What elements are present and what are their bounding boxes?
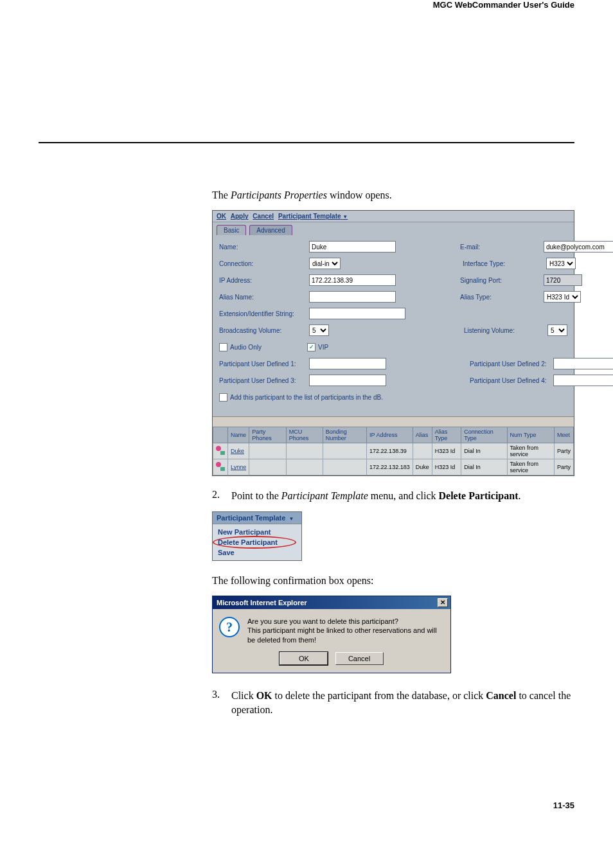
broadcasting-volume-label: Broadcasting Volume: — [219, 327, 309, 334]
user-defined-1-label: Participant User Defined 1: — [219, 360, 309, 368]
ip-address-input[interactable] — [309, 274, 396, 286]
chevron-down-icon: ▼ — [289, 516, 294, 522]
add-to-db-label: Add this participant to the list of part… — [230, 394, 383, 401]
alias-name-label: Alias Name: — [219, 294, 309, 301]
row-conn-type: Dial In — [461, 459, 507, 475]
row-ip: 172.22.132.183 — [367, 459, 413, 475]
interface-type-select[interactable]: H323 — [546, 258, 576, 269]
name-label: Name: — [219, 244, 309, 251]
row-num-type: Taken from service — [507, 443, 554, 459]
tabs: Basic Advanced — [213, 222, 574, 235]
grid-header-row: Name Party Phones MCU Phones Bonding Num… — [213, 427, 574, 443]
add-to-db-checkbox[interactable] — [219, 393, 227, 402]
user-defined-3-input[interactable] — [309, 375, 386, 386]
opening-line: The Participants Properties window opens… — [212, 188, 574, 202]
email-label: E-mail: — [460, 244, 544, 251]
row-icon — [213, 443, 228, 459]
dialog-title-text: Microsoft Internet Explorer — [217, 599, 307, 607]
row-bonding — [323, 459, 366, 475]
vip-checkbox[interactable] — [307, 343, 315, 351]
audio-only-checkbox[interactable] — [219, 343, 227, 351]
user-defined-3-label: Participant User Defined 3: — [219, 377, 309, 384]
grid-header-alias[interactable]: Alias — [413, 427, 432, 443]
row-bonding — [323, 443, 366, 459]
row-party-phones — [249, 459, 286, 475]
table-row[interactable]: Lynne 172.22.132.183 Duke H323 Id Dial I… — [213, 459, 574, 475]
dialog-buttons: OK Cancel — [213, 652, 450, 673]
listening-volume-label: Listening Volume: — [464, 327, 547, 334]
grid-header-name[interactable]: Name — [228, 427, 249, 443]
interface-type-label: Interface Type: — [463, 260, 546, 267]
vip-label: VIP — [318, 344, 344, 351]
participant-template-menu[interactable]: Participant Template ▼ — [278, 213, 348, 220]
person-icon — [216, 462, 225, 471]
dialog-titlebar: Microsoft Internet Explorer ✕ — [213, 596, 450, 609]
grid-header-num-type[interactable]: Num Type — [507, 427, 554, 443]
signaling-port-input — [544, 274, 582, 286]
row-mcu-phones — [286, 459, 323, 475]
menu-item-delete-participant[interactable]: Delete Participant — [213, 537, 301, 547]
apply-button[interactable]: Apply — [231, 213, 249, 220]
tab-basic[interactable]: Basic — [217, 225, 246, 235]
menu-item-new-participant[interactable]: New Participant — [213, 527, 301, 537]
dialog-ok-button[interactable]: OK — [280, 652, 328, 665]
ip-address-label: IP Address: — [219, 277, 309, 284]
ok-button[interactable]: OK — [217, 213, 226, 220]
grid-header-party-phones[interactable]: Party Phones — [249, 427, 286, 443]
confirmation-dialog: Microsoft Internet Explorer ✕ ? Are you … — [212, 596, 451, 673]
row-mcu-phones — [286, 443, 323, 459]
row-alias-type: H323 Id — [432, 459, 461, 475]
grid-header-mcu-phones[interactable]: MCU Phones — [286, 427, 323, 443]
form-area: Name: E-mail: Connection: dial-in Interf… — [213, 235, 574, 416]
extension-input[interactable] — [309, 308, 405, 319]
row-name-link[interactable]: Lynne — [231, 464, 246, 470]
alias-type-select[interactable]: H323 Id — [544, 291, 581, 303]
user-defined-4-label: Participant User Defined 4: — [470, 377, 553, 384]
header-rule — [39, 142, 574, 143]
row-meet: Party — [554, 459, 573, 475]
grid-header-conn-type[interactable]: Connection Type — [461, 427, 507, 443]
question-icon: ? — [219, 617, 240, 637]
row-alias: Duke — [413, 459, 432, 475]
menu-header[interactable]: Participant Template ▼ — [213, 512, 301, 524]
grid-header-meet[interactable]: Meet — [554, 427, 573, 443]
tab-advanced[interactable]: Advanced — [249, 225, 292, 235]
row-conn-type: Dial In — [461, 443, 507, 459]
user-defined-2-input[interactable] — [553, 358, 613, 369]
grid-header-alias-type[interactable]: Alias Type — [432, 427, 461, 443]
dialog-cancel-button[interactable]: Cancel — [335, 652, 384, 665]
table-row[interactable]: Duke 172.22.138.39 H323 Id Dial In Taken… — [213, 443, 574, 459]
row-icon — [213, 459, 228, 475]
page-header: MGC WebCommander User's Guide — [433, 0, 574, 10]
connection-label: Connection: — [219, 260, 309, 267]
row-meet: Party — [554, 443, 573, 459]
signaling-port-label: Signaling Port: — [460, 277, 544, 284]
grid-header-ip[interactable]: IP Address — [367, 427, 413, 443]
horizontal-scrollbar[interactable] — [213, 416, 574, 427]
close-icon[interactable]: ✕ — [438, 598, 448, 607]
row-name-link[interactable]: Duke — [231, 448, 244, 454]
listening-volume-select[interactable]: 5 — [547, 324, 567, 336]
alias-name-input[interactable] — [309, 291, 396, 303]
participant-template-menu-snippet: Participant Template ▼ New Participant D… — [212, 511, 302, 561]
alias-type-label: Alias Type: — [460, 294, 544, 301]
person-icon — [216, 446, 225, 455]
menu-item-save[interactable]: Save — [213, 547, 301, 558]
toolbar: OK Apply Cancel Participant Template ▼ — [213, 211, 574, 222]
extension-label: Extension/Identifier String: — [219, 310, 309, 317]
audio-only-label: Audio Only — [230, 344, 307, 351]
step-3: 3. Click OK to delete the participant fr… — [212, 689, 574, 718]
grid-header-blank — [213, 427, 228, 443]
cancel-button[interactable]: Cancel — [253, 213, 274, 220]
user-defined-1-input[interactable] — [309, 358, 386, 369]
user-defined-4-input[interactable] — [553, 375, 613, 386]
email-input[interactable] — [544, 241, 613, 252]
chevron-down-icon: ▼ — [342, 214, 348, 220]
name-input[interactable] — [309, 241, 396, 252]
connection-select[interactable]: dial-in — [309, 258, 341, 269]
row-num-type: Taken from service — [507, 459, 554, 475]
grid-header-bonding[interactable]: Bonding Number — [323, 427, 366, 443]
row-alias — [413, 443, 432, 459]
participant-properties-window: OK Apply Cancel Participant Template ▼ B… — [212, 210, 574, 476]
broadcasting-volume-select[interactable]: 5 — [309, 324, 329, 336]
